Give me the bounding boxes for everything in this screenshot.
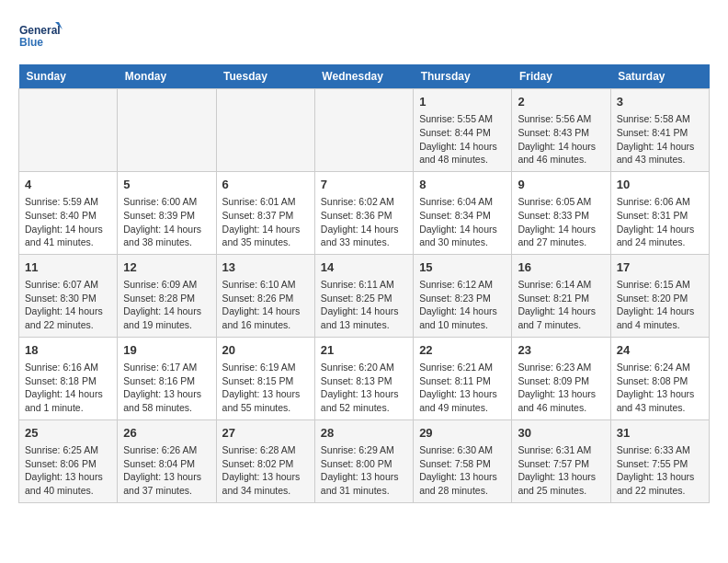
day-number: 21 bbox=[321, 342, 407, 359]
day-number: 2 bbox=[518, 94, 604, 110]
calendar-week-5: 25Sunrise: 6:25 AM Sunset: 8:06 PM Dayli… bbox=[19, 419, 710, 502]
day-info: Sunrise: 6:17 AM Sunset: 8:16 PM Dayligh… bbox=[123, 361, 210, 415]
day-info: Sunrise: 5:56 AM Sunset: 8:43 PM Dayligh… bbox=[518, 112, 604, 167]
calendar-cell bbox=[216, 89, 314, 172]
day-number: 31 bbox=[617, 425, 703, 442]
day-info: Sunrise: 6:09 AM Sunset: 8:28 PM Dayligh… bbox=[123, 278, 210, 332]
day-info: Sunrise: 6:31 AM Sunset: 7:57 PM Dayligh… bbox=[518, 443, 604, 498]
day-info: Sunrise: 6:06 AM Sunset: 8:31 PM Dayligh… bbox=[617, 195, 703, 249]
svg-text:Blue: Blue bbox=[19, 36, 43, 49]
weekday-header-tuesday: Tuesday bbox=[216, 64, 314, 89]
weekday-header-row: SundayMondayTuesdayWednesdayThursdayFrid… bbox=[19, 64, 710, 89]
day-info: Sunrise: 6:15 AM Sunset: 8:20 PM Dayligh… bbox=[617, 278, 703, 332]
calendar-cell: 8Sunrise: 6:04 AM Sunset: 8:34 PM Daylig… bbox=[414, 171, 512, 254]
calendar-cell: 2Sunrise: 5:56 AM Sunset: 8:43 PM Daylig… bbox=[512, 89, 610, 172]
day-number: 26 bbox=[123, 425, 210, 442]
calendar-cell bbox=[118, 89, 216, 172]
calendar-cell: 27Sunrise: 6:28 AM Sunset: 8:02 PM Dayli… bbox=[216, 419, 314, 502]
day-number: 16 bbox=[518, 259, 604, 276]
calendar-week-1: 1Sunrise: 5:55 AM Sunset: 8:44 PM Daylig… bbox=[19, 89, 710, 172]
day-info: Sunrise: 6:30 AM Sunset: 7:58 PM Dayligh… bbox=[419, 443, 506, 498]
day-info: Sunrise: 5:55 AM Sunset: 8:44 PM Dayligh… bbox=[419, 112, 506, 167]
day-number: 1 bbox=[419, 94, 506, 110]
day-info: Sunrise: 6:12 AM Sunset: 8:23 PM Dayligh… bbox=[419, 278, 506, 332]
day-number: 5 bbox=[123, 177, 210, 193]
day-info: Sunrise: 6:25 AM Sunset: 8:06 PM Dayligh… bbox=[25, 443, 111, 498]
day-number: 17 bbox=[617, 259, 703, 276]
calendar-cell: 31Sunrise: 6:33 AM Sunset: 7:55 PM Dayli… bbox=[610, 419, 709, 502]
day-number: 19 bbox=[123, 342, 210, 359]
day-info: Sunrise: 6:29 AM Sunset: 8:00 PM Dayligh… bbox=[321, 443, 407, 498]
day-number: 24 bbox=[617, 342, 703, 359]
calendar-cell: 24Sunrise: 6:24 AM Sunset: 8:08 PM Dayli… bbox=[610, 337, 709, 419]
weekday-header-thursday: Thursday bbox=[414, 64, 512, 89]
calendar-cell: 18Sunrise: 6:16 AM Sunset: 8:18 PM Dayli… bbox=[19, 337, 118, 419]
day-info: Sunrise: 6:00 AM Sunset: 8:39 PM Dayligh… bbox=[123, 195, 210, 249]
calendar-cell: 28Sunrise: 6:29 AM Sunset: 8:00 PM Dayli… bbox=[314, 419, 413, 502]
day-info: Sunrise: 6:20 AM Sunset: 8:13 PM Dayligh… bbox=[321, 361, 407, 415]
calendar-cell: 21Sunrise: 6:20 AM Sunset: 8:13 PM Dayli… bbox=[314, 337, 413, 419]
day-number: 6 bbox=[222, 177, 309, 193]
calendar-cell: 5Sunrise: 6:00 AM Sunset: 8:39 PM Daylig… bbox=[118, 171, 216, 254]
calendar-cell: 6Sunrise: 6:01 AM Sunset: 8:37 PM Daylig… bbox=[216, 171, 314, 254]
day-info: Sunrise: 6:05 AM Sunset: 8:33 PM Dayligh… bbox=[518, 195, 604, 249]
calendar-cell: 25Sunrise: 6:25 AM Sunset: 8:06 PM Dayli… bbox=[19, 419, 118, 502]
day-number: 7 bbox=[321, 177, 407, 193]
day-info: Sunrise: 5:59 AM Sunset: 8:40 PM Dayligh… bbox=[25, 195, 111, 249]
calendar-cell: 3Sunrise: 5:58 AM Sunset: 8:41 PM Daylig… bbox=[610, 89, 709, 172]
logo-svg: General Blue bbox=[18, 18, 64, 55]
day-number: 25 bbox=[25, 425, 111, 442]
calendar-cell: 9Sunrise: 6:05 AM Sunset: 8:33 PM Daylig… bbox=[512, 171, 610, 254]
day-info: Sunrise: 6:21 AM Sunset: 8:11 PM Dayligh… bbox=[419, 361, 506, 415]
day-info: Sunrise: 6:19 AM Sunset: 8:15 PM Dayligh… bbox=[222, 361, 309, 415]
calendar-cell: 15Sunrise: 6:12 AM Sunset: 8:23 PM Dayli… bbox=[414, 254, 512, 337]
day-info: Sunrise: 6:04 AM Sunset: 8:34 PM Dayligh… bbox=[419, 195, 506, 249]
calendar-week-2: 4Sunrise: 5:59 AM Sunset: 8:40 PM Daylig… bbox=[19, 171, 710, 254]
day-number: 14 bbox=[321, 259, 407, 276]
weekday-header-wednesday: Wednesday bbox=[314, 64, 413, 89]
calendar-cell bbox=[314, 89, 413, 172]
day-info: Sunrise: 6:07 AM Sunset: 8:30 PM Dayligh… bbox=[25, 278, 111, 332]
weekday-header-sunday: Sunday bbox=[19, 64, 118, 89]
day-number: 8 bbox=[419, 177, 506, 193]
weekday-header-friday: Friday bbox=[512, 64, 610, 89]
weekday-header-saturday: Saturday bbox=[610, 64, 709, 89]
day-number: 30 bbox=[518, 425, 604, 442]
day-info: Sunrise: 6:02 AM Sunset: 8:36 PM Dayligh… bbox=[321, 195, 407, 249]
calendar-cell: 20Sunrise: 6:19 AM Sunset: 8:15 PM Dayli… bbox=[216, 337, 314, 419]
day-number: 3 bbox=[617, 94, 703, 110]
calendar-cell: 30Sunrise: 6:31 AM Sunset: 7:57 PM Dayli… bbox=[512, 419, 610, 502]
day-number: 4 bbox=[25, 177, 111, 193]
calendar-week-3: 11Sunrise: 6:07 AM Sunset: 8:30 PM Dayli… bbox=[19, 254, 710, 337]
day-info: Sunrise: 6:14 AM Sunset: 8:21 PM Dayligh… bbox=[518, 278, 604, 332]
calendar-cell: 13Sunrise: 6:10 AM Sunset: 8:26 PM Dayli… bbox=[216, 254, 314, 337]
day-info: Sunrise: 6:26 AM Sunset: 8:04 PM Dayligh… bbox=[123, 443, 210, 498]
day-number: 22 bbox=[419, 342, 506, 359]
calendar-cell: 12Sunrise: 6:09 AM Sunset: 8:28 PM Dayli… bbox=[118, 254, 216, 337]
day-number: 12 bbox=[123, 259, 210, 276]
day-number: 10 bbox=[617, 177, 703, 193]
day-info: Sunrise: 5:58 AM Sunset: 8:41 PM Dayligh… bbox=[617, 112, 703, 167]
day-number: 28 bbox=[321, 425, 407, 442]
day-info: Sunrise: 6:01 AM Sunset: 8:37 PM Dayligh… bbox=[222, 195, 309, 249]
header: General Blue bbox=[18, 18, 710, 55]
calendar-table: SundayMondayTuesdayWednesdayThursdayFrid… bbox=[18, 64, 710, 503]
day-number: 13 bbox=[222, 259, 309, 276]
day-number: 23 bbox=[518, 342, 604, 359]
day-info: Sunrise: 6:10 AM Sunset: 8:26 PM Dayligh… bbox=[222, 278, 309, 332]
calendar-cell: 7Sunrise: 6:02 AM Sunset: 8:36 PM Daylig… bbox=[314, 171, 413, 254]
day-info: Sunrise: 6:11 AM Sunset: 8:25 PM Dayligh… bbox=[321, 278, 407, 332]
calendar-cell: 17Sunrise: 6:15 AM Sunset: 8:20 PM Dayli… bbox=[610, 254, 709, 337]
day-number: 18 bbox=[25, 342, 111, 359]
svg-text:General: General bbox=[19, 24, 61, 37]
calendar-cell: 16Sunrise: 6:14 AM Sunset: 8:21 PM Dayli… bbox=[512, 254, 610, 337]
calendar-cell bbox=[19, 89, 118, 172]
calendar-cell: 1Sunrise: 5:55 AM Sunset: 8:44 PM Daylig… bbox=[414, 89, 512, 172]
day-number: 29 bbox=[419, 425, 506, 442]
logo: General Blue bbox=[18, 18, 64, 55]
calendar-cell: 29Sunrise: 6:30 AM Sunset: 7:58 PM Dayli… bbox=[414, 419, 512, 502]
calendar-cell: 14Sunrise: 6:11 AM Sunset: 8:25 PM Dayli… bbox=[314, 254, 413, 337]
day-number: 11 bbox=[25, 259, 111, 276]
calendar-cell: 22Sunrise: 6:21 AM Sunset: 8:11 PM Dayli… bbox=[414, 337, 512, 419]
day-number: 15 bbox=[419, 259, 506, 276]
